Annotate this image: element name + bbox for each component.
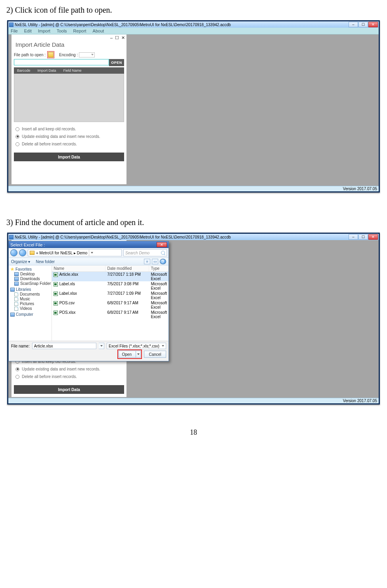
menubar: File Edit Import Tools Report About (8, 28, 379, 34)
dialog-title-text: Select Excel File : (10, 242, 45, 247)
tab-importdata[interactable]: Import Data (34, 67, 59, 74)
menu-import[interactable]: Import (38, 29, 50, 33)
music-icon (14, 297, 18, 301)
panel-title: Import Article Data (11, 40, 126, 51)
nav-downloads[interactable]: Downloads (20, 277, 40, 281)
encoding-combo[interactable] (79, 52, 95, 57)
filename-dropdown[interactable] (99, 343, 104, 349)
menu-tools[interactable]: Tools (57, 29, 67, 33)
window-maximize-button[interactable]: ☐ (358, 22, 368, 27)
radio-insert-keep[interactable] (15, 127, 19, 131)
filename-input[interactable]: Article.xlsx (32, 343, 96, 349)
window-minimize-button-2[interactable]: – (349, 234, 358, 240)
newfolder-button[interactable]: New folder (36, 260, 55, 264)
workspace-2: – ☐ ✕ Insert all and keep old records. U… (8, 240, 379, 398)
file-row-3[interactable]: POS.csv 6/8/2017 9:17 AM Microsoft Excel (52, 300, 169, 310)
col-date[interactable]: Date modified (105, 265, 149, 271)
nav-back-button[interactable] (10, 249, 17, 256)
panel-maximize-icon[interactable]: ☐ (115, 35, 119, 40)
excel-icon (54, 273, 58, 277)
file-row-0[interactable]: Article.xlsx 7/27/2017 1:18 PM Microsoft… (52, 272, 169, 281)
nav-music[interactable]: Music (20, 297, 30, 301)
nav-scansnap[interactable]: ScanSnap Folder (20, 281, 51, 286)
file-path-input[interactable] (14, 59, 109, 65)
titlebar-2: NxESL Utility - [admin] @ C:\Users\yanpe… (8, 234, 379, 240)
breadcrumb-prefix: « MetroUI for NxESL ▸ (36, 251, 76, 255)
panel-minimize-icon[interactable]: – (110, 35, 113, 40)
nav-computer[interactable]: Computer (16, 312, 33, 317)
radio-update-insert-2[interactable] (15, 367, 19, 371)
libraries-icon (10, 288, 15, 292)
downloads-icon (14, 277, 19, 281)
preview-button[interactable]: ▭ (152, 259, 158, 264)
documents-icon (14, 292, 18, 296)
radio-delete-before-2[interactable] (15, 375, 19, 379)
page-number: 18 (6, 428, 381, 437)
window-close-button[interactable]: ✕ (368, 22, 378, 27)
open-file-button[interactable]: Open (119, 351, 141, 358)
cancel-button[interactable]: Cancel (144, 351, 166, 358)
menu-about[interactable]: About (93, 29, 104, 33)
nav-forward-button[interactable] (19, 249, 26, 256)
search-icon (161, 251, 165, 255)
import-panel: – ☐ ✕ Import Article Data File path to o… (11, 34, 126, 184)
file-path-label: File path to open : (14, 53, 46, 57)
tab-fieldname[interactable]: Field Name (60, 67, 85, 74)
panel-close-icon[interactable]: ✕ (121, 35, 125, 40)
view-button[interactable]: ≡ (144, 259, 150, 264)
scansnap-icon (14, 282, 19, 286)
titlebar: NxESL Utility - [admin] @ C:\Users\yanpe… (8, 21, 379, 28)
tab-barcode[interactable]: Barcode (14, 67, 34, 74)
pictures-icon (14, 302, 18, 306)
address-bar[interactable]: « MetroUI for NxESL ▸ Demo (28, 249, 122, 256)
window-minimize-button[interactable]: – (349, 22, 358, 27)
dialog-close-button[interactable]: ✕ (157, 242, 167, 247)
nav-libraries[interactable]: Libraries (16, 287, 31, 292)
col-name[interactable]: Name (52, 265, 105, 271)
import-data-button-2[interactable]: Import Data (14, 385, 124, 394)
step-2-text: 2) Click icon of file path to open. (6, 6, 381, 15)
file-dialog: Select Excel File : ✕ « MetroUI for NxES… (8, 241, 169, 361)
import-options: Insert all and keep old records. Update … (11, 122, 126, 149)
organize-button[interactable]: Organize ▾ (11, 260, 30, 264)
open-button[interactable]: OPEN (109, 59, 124, 66)
menu-file[interactable]: File (11, 29, 18, 33)
menu-edit[interactable]: Edit (24, 29, 32, 33)
nav-documents[interactable]: Documents (20, 292, 40, 296)
address-dropdown[interactable] (89, 249, 94, 256)
radio-delete-before[interactable] (15, 142, 19, 146)
dialog-titlebar: Select Excel File : ✕ (9, 241, 169, 248)
dialog-navrow: « MetroUI for NxESL ▸ Demo Search Demo (9, 248, 169, 258)
file-row-1[interactable]: Label.xls 7/5/2017 3:08 PM Microsoft Exc… (52, 281, 169, 291)
computer-icon (10, 313, 15, 317)
menu-report[interactable]: Report (73, 29, 86, 33)
nav-pictures[interactable]: Pictures (20, 302, 34, 306)
videos-icon (14, 307, 18, 311)
file-row-2[interactable]: Label.xlsx 7/27/2017 1:09 PM Microsoft E… (52, 291, 169, 300)
nav-favorites[interactable]: Favorites (15, 267, 32, 271)
window-maximize-button-2[interactable]: ☐ (358, 234, 368, 240)
filename-label: File name: (11, 344, 30, 348)
radio-update-insert[interactable] (15, 135, 19, 139)
window-close-button-2[interactable]: ✕ (368, 234, 378, 240)
excel-icon (54, 311, 58, 315)
col-type[interactable]: Type (149, 265, 169, 271)
search-input[interactable]: Search Demo (123, 249, 167, 256)
dialog-bottom: File name: Article.xlsx Excel Files (*.x… (9, 341, 169, 361)
import-tabs: Barcode Import Data Field Name (14, 67, 124, 74)
nav-pane: Favorites Desktop Downloads ScanSnap Fol… (9, 265, 52, 341)
nav-videos[interactable]: Videos (20, 306, 32, 311)
import-data-button[interactable]: Import Data (14, 153, 124, 161)
nav-desktop[interactable]: Desktop (20, 272, 35, 276)
file-row-4[interactable]: POS.xlsx 6/8/2017 9:17 AM Microsoft Exce… (52, 310, 169, 319)
list-header: Name Date modified Type (52, 265, 169, 272)
file-list: Name Date modified Type Article.xlsx 7/2… (52, 265, 169, 341)
titlebar-text: NxESL Utility - [admin] @ C:\Users\yanpe… (15, 23, 349, 27)
breadcrumb-last: Demo (77, 251, 88, 255)
help-button[interactable]: ? (160, 259, 166, 264)
filetype-select[interactable]: Excel Files (*.xlsx;*.xls;*.csv) (107, 343, 166, 349)
folder-icon[interactable] (48, 52, 54, 57)
star-icon (10, 267, 14, 271)
search-placeholder: Search Demo (125, 251, 149, 255)
chevron-down-icon[interactable] (136, 351, 140, 357)
